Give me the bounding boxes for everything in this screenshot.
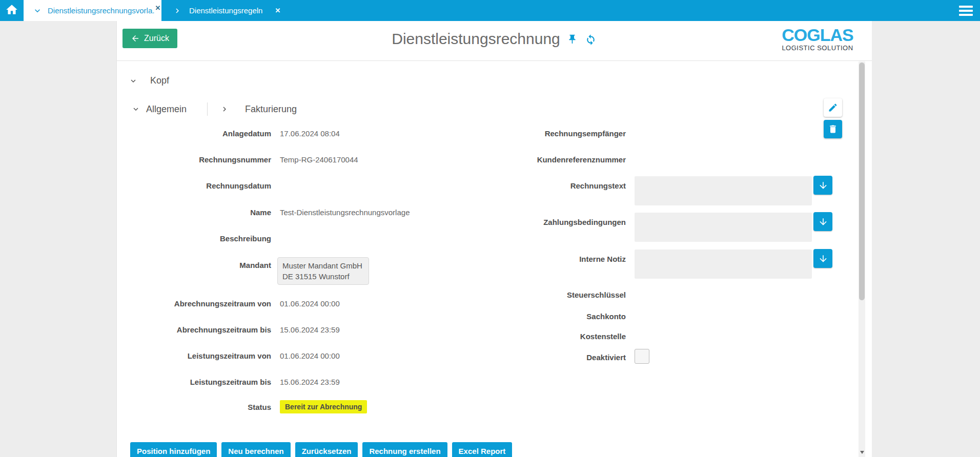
field-kundenreferenznummer: Kundenreferenznummer	[476, 153, 626, 165]
zuruecksetzen-button[interactable]: Zurücksetzen	[295, 442, 358, 457]
rechnungstext-textarea[interactable]	[635, 176, 812, 205]
page-header: Zurück Dienstleistungsrechnung COGLAS LO…	[117, 21, 872, 61]
field-value: 17.06.2024 08:04	[280, 129, 340, 138]
zahlungsbedingungen-insert-button[interactable]	[813, 212, 832, 231]
field-label: Interne Notiz	[476, 255, 626, 263]
field-label: Deaktiviert	[476, 353, 626, 362]
tab-fakturierung[interactable]: Fakturierung	[245, 104, 297, 115]
zahlungsbedingungen-textarea[interactable]	[635, 213, 812, 242]
home-button[interactable]	[0, 0, 24, 21]
hamburger-menu-icon[interactable]	[959, 6, 973, 16]
refresh-icon[interactable]	[584, 33, 597, 46]
mandant-line1: Muster Mandant GmbH	[282, 260, 364, 271]
field-label: Rechnungsdatum	[117, 181, 271, 190]
scrollbar-thumb[interactable]	[859, 63, 865, 300]
field-value: Test-Dienstleistungsrechnungsvorlage	[280, 208, 410, 217]
interne-notiz-insert-button[interactable]	[813, 249, 832, 268]
close-icon[interactable]: ✕	[155, 4, 160, 12]
deaktiviert-checkbox[interactable]	[635, 349, 649, 364]
field-label: Steuerschlüssel	[476, 290, 626, 299]
interne-notiz-textarea[interactable]	[635, 250, 812, 279]
arrow-down-icon	[818, 254, 828, 264]
section-kopf[interactable]: Kopf	[129, 75, 169, 86]
chevron-down-icon	[129, 76, 138, 86]
field-value: 15.06.2024 23:59	[280, 325, 340, 334]
section-kopf-label: Kopf	[150, 75, 169, 86]
field-value: 15.06.2024 23:59	[280, 378, 340, 386]
tab-label: Dienstleistungsregeln	[189, 6, 262, 15]
tab-label: Dienstleistungsrechnungsvorla.	[48, 6, 154, 15]
field-label: Sachkonto	[476, 312, 626, 321]
page-title: Dienstleistungsrechnung	[392, 30, 560, 48]
arrow-left-icon	[131, 34, 140, 43]
rechnung-erstellen-button[interactable]: Rechnung erstellen	[362, 442, 447, 457]
tab-allgemein[interactable]: Allgemein	[146, 104, 187, 115]
field-rechnungsdatum: Rechnungsdatum	[117, 179, 280, 192]
edit-button[interactable]	[824, 98, 842, 117]
field-label: Kostenstelle	[476, 332, 626, 341]
field-label: Anlagedatum	[117, 129, 271, 138]
field-value: 01.06.2024 00:00	[280, 299, 340, 308]
field-interne-notiz: Interne Notiz	[476, 253, 626, 265]
content-panel: Zurück Dienstleistungsrechnung COGLAS LO…	[116, 21, 872, 457]
field-beschreibung: Beschreibung	[117, 232, 280, 244]
field-label: Beschreibung	[117, 234, 271, 243]
field-value: 01.06.2024 00:00	[280, 351, 340, 360]
field-mandant: Mandant	[117, 259, 271, 271]
pin-icon[interactable]	[567, 34, 578, 45]
logo-name: COGLAS	[779, 26, 856, 44]
action-button-row: Position hinzufügen Neu berechnen Zurück…	[130, 442, 512, 457]
chevron-right-icon	[220, 105, 229, 114]
field-label: Leistungszeitraum bis	[117, 378, 271, 386]
field-label: Kundenreferenznummer	[476, 155, 626, 164]
close-icon[interactable]: ✕	[275, 7, 280, 14]
chevron-down-icon	[32, 6, 43, 16]
status-badge: Bereit zur Abrechnung	[280, 400, 367, 413]
back-button-label: Zurück	[144, 34, 169, 43]
delete-button[interactable]	[824, 120, 842, 138]
excel-report-button[interactable]: Excel Report	[452, 442, 513, 457]
rechnungstext-insert-button[interactable]	[813, 176, 832, 195]
chevron-down-icon	[131, 105, 140, 114]
logo-subtitle: LOGISTIC SOLUTION	[779, 44, 856, 52]
arrow-down-icon	[818, 180, 828, 191]
back-button[interactable]: Zurück	[122, 29, 177, 48]
field-anlagedatum: Anlagedatum 17.06.2024 08:04	[117, 127, 340, 139]
field-label: Name	[117, 208, 271, 217]
field-label: Rechnungsnummer	[117, 155, 271, 164]
field-kostenstelle: Kostenstelle	[476, 330, 626, 342]
field-label: Rechnungsempfänger	[476, 129, 626, 138]
field-rechnungsnummer: Rechnungsnummer Temp-RG-2406170044	[117, 153, 358, 165]
neu-berechnen-button[interactable]: Neu berechnen	[221, 442, 290, 457]
tab-dienstleistungsregeln[interactable]: Dienstleistungsregeln ✕	[161, 0, 289, 21]
field-value: Temp-RG-2406170044	[280, 155, 358, 164]
field-label: Leistungszeitraum von	[117, 351, 271, 360]
field-abrechnungszeitraum-bis: Abrechnungszeitraum bis 15.06.2024 23:59	[117, 323, 340, 336]
field-rechnungsempfaenger: Rechnungsempfänger	[476, 127, 626, 139]
coglas-logo: COGLAS LOGISTIC SOLUTION	[779, 26, 856, 52]
field-label: Zahlungsbedingungen	[476, 218, 626, 226]
chevron-right-icon	[173, 6, 182, 15]
field-label: Rechnungstext	[476, 181, 626, 190]
home-icon	[5, 3, 18, 18]
field-abrechnungszeitraum-von: Abrechnungszeitraum von 01.06.2024 00:00	[117, 297, 340, 309]
tab-dienstleistungsrechnungsvorlage[interactable]: Dienstleistungsrechnungsvorla. ✕	[24, 0, 161, 21]
field-deaktiviert: Deaktiviert	[476, 351, 626, 363]
pencil-icon	[828, 102, 838, 113]
vertical-scrollbar[interactable]	[859, 61, 865, 457]
field-leistungszeitraum-von: Leistungszeitraum von 01.06.2024 00:00	[117, 349, 340, 362]
field-label: Mandant	[117, 261, 271, 269]
field-status: Status Bereit zur Abrechnung	[117, 401, 367, 413]
field-leistungszeitraum-bis: Leistungszeitraum bis 15.06.2024 23:59	[117, 376, 340, 388]
scroll-down-icon[interactable]	[859, 451, 865, 454]
mandant-value-box[interactable]: Muster Mandant GmbH DE 31515 Wunstorf	[277, 257, 369, 285]
divider	[207, 102, 208, 116]
field-label: Abrechnungszeitraum von	[117, 299, 271, 308]
field-label: Abrechnungszeitraum bis	[117, 325, 271, 334]
position-hinzufuegen-button[interactable]: Position hinzufügen	[130, 442, 217, 457]
mandant-line2: DE 31515 Wunstorf	[282, 271, 364, 282]
field-zahlungsbedingungen: Zahlungsbedingungen	[476, 216, 626, 228]
field-sachkonto: Sachkonto	[476, 310, 626, 322]
trash-icon	[828, 124, 838, 134]
top-tab-bar: Dienstleistungsrechnungsvorla. ✕ Dienstl…	[0, 0, 980, 21]
